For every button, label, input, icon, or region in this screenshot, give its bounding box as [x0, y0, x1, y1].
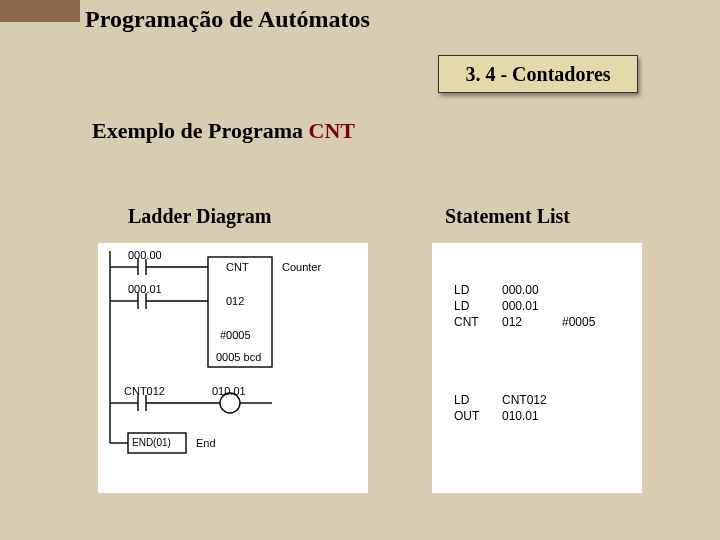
ladder-addr1: 000.00	[128, 249, 162, 261]
stl-b	[562, 299, 612, 313]
ladder-rung2-coil: 010.01	[212, 385, 246, 397]
ladder-end-label: End	[196, 437, 216, 449]
statement-list: LD 000.00 LD 000.01 CNT 012 #0005 LD CNT…	[432, 243, 642, 493]
ladder-svg	[98, 243, 368, 493]
ladder-block-val: #0005	[220, 329, 251, 341]
ladder-diagram: 000.00 000.01 CNT 012 #0005 0005 bcd Cou…	[98, 243, 368, 493]
stl-a: 000.01	[502, 299, 562, 313]
stl-block1: LD 000.00 LD 000.01 CNT 012 #0005	[454, 283, 612, 329]
stl-b	[562, 283, 612, 297]
ladder-addr2: 000.01	[128, 283, 162, 295]
ladder-rung2-contact: CNT012	[124, 385, 165, 397]
ladder-block-top: CNT	[226, 261, 249, 273]
stl-a: 012	[502, 315, 562, 329]
stl-a: 000.00	[502, 283, 562, 297]
stl-heading: Statement List	[445, 205, 570, 228]
example-code: CNT	[309, 118, 355, 143]
stl-a: CNT012	[502, 393, 562, 407]
section-badge: 3. 4 - Contadores	[438, 55, 638, 93]
stl-op: CNT	[454, 315, 502, 329]
stl-op: LD	[454, 393, 502, 407]
example-prefix: Exemplo de Programa	[92, 118, 309, 143]
ladder-block-mid: 012	[226, 295, 244, 307]
example-title: Exemplo de Programa CNT	[92, 118, 355, 144]
stl-block2: LD CNT012 OUT 010.01	[454, 393, 562, 423]
ladder-counter-label: Counter	[282, 261, 321, 273]
stl-a: 010.01	[502, 409, 562, 423]
ladder-heading: Ladder Diagram	[128, 205, 272, 228]
stl-op: LD	[454, 283, 502, 297]
ladder-block-bcd: 0005 bcd	[216, 351, 261, 363]
ladder-end-box: END(01)	[132, 437, 171, 448]
stl-b: #0005	[562, 315, 612, 329]
page-title: Programação de Autómatos	[85, 6, 370, 33]
stl-op: OUT	[454, 409, 502, 423]
accent-bar	[0, 0, 80, 22]
stl-op: LD	[454, 299, 502, 313]
